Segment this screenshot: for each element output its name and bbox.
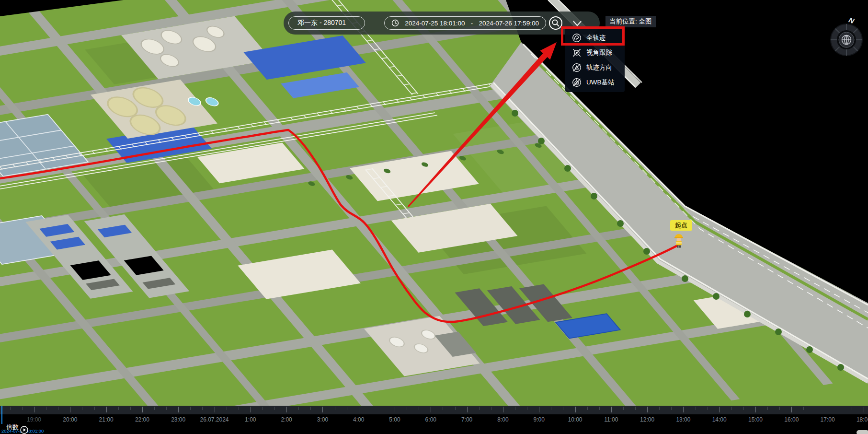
timeline-tick (94, 407, 95, 410)
timeline-tick (779, 407, 780, 410)
timeline-tick (515, 407, 515, 410)
timeline-tick (371, 407, 371, 410)
timeline-hour-label: 18:00 (857, 416, 868, 423)
timeline-tick (647, 407, 648, 412)
timeline-tick (215, 407, 215, 412)
menu-item-4[interactable]: UWB基站 (565, 75, 625, 90)
worker-figure[interactable] (674, 233, 684, 248)
timeline-tick (310, 407, 311, 410)
timeline-tick (178, 407, 179, 412)
timeline-tick (587, 407, 588, 410)
timeline-hour-label: 2:00 (281, 416, 292, 423)
timeline-tick (611, 407, 612, 412)
timeline-tick (431, 407, 431, 412)
timeline-hour-label: 14:00 (712, 416, 727, 423)
timeline-tick (359, 407, 359, 412)
timeline-hour-label: 10:00 (568, 416, 582, 423)
timeline-tick (563, 407, 563, 410)
timeline-tick (828, 407, 828, 412)
timeline-playhead[interactable] (1, 406, 2, 424)
timeline-hour-label: 23:00 (171, 416, 185, 423)
timeline-tick (527, 407, 527, 410)
timeline-tick (395, 407, 395, 412)
timeline-hour-label: 13:00 (676, 416, 690, 423)
timeline-tick (274, 407, 275, 410)
timeline-tick (635, 407, 636, 410)
timeline-hour-label: 8:00 (497, 416, 508, 423)
person-select[interactable]: 邓一东 - 280701 (288, 16, 365, 30)
timeline-tick (864, 407, 864, 412)
timeline-tick (82, 407, 82, 410)
timeline-hour-label: 19:00 (27, 416, 41, 423)
timeline-tick (58, 407, 58, 410)
timeline-tick (455, 407, 456, 410)
timeline-hour-label: 9:00 (534, 416, 545, 423)
timeline-tick (263, 407, 263, 410)
timeline-tick (467, 407, 468, 412)
timeline-tick (503, 407, 503, 412)
timeline-hour-label: 5:00 (389, 416, 400, 423)
menu-item-label: 轨迹方向 (586, 63, 612, 72)
timeline-tick (696, 407, 696, 410)
uwb-base-station-icon (571, 77, 582, 88)
timeline-hour-label: 7:00 (461, 416, 472, 423)
start-point-label[interactable]: 起点 (670, 220, 692, 231)
timeline-tick (154, 407, 155, 410)
timeline-tick (166, 407, 167, 410)
menu-item-2[interactable]: 视角跟踪 (565, 45, 625, 60)
timeline-hour-label: 15:00 (748, 416, 763, 423)
timeline-hour-label: 22:00 (135, 416, 149, 423)
current-location-chip: 当前位置: 全图 (605, 16, 656, 27)
timeline-tick (251, 407, 251, 412)
timeline-tick (335, 407, 335, 410)
timeline-tick (202, 407, 203, 410)
app-window: 起点 邓一东 - 280701 2024-07-25 18:01:00 - 20… (0, 0, 868, 434)
timeline-tick (731, 407, 732, 410)
timeline-tick (22, 407, 23, 410)
timeline-tick (443, 407, 443, 410)
timeline-tick (190, 407, 191, 410)
timeline-tick (659, 407, 660, 410)
timeline-hour-label: 4:00 (353, 416, 364, 423)
compass-widget[interactable] (828, 22, 865, 58)
timeline-tick (34, 407, 34, 412)
menu-item-3[interactable]: 轨迹方向 (565, 60, 625, 75)
play-button[interactable] (20, 426, 28, 434)
timeline-tick (755, 407, 756, 412)
menu-item-label: UWB基站 (586, 78, 615, 87)
map-canvas[interactable] (0, 0, 868, 434)
date-end: 2024-07-26 17:59:00 (479, 20, 539, 27)
timeline-hour-label: 21:00 (99, 416, 114, 423)
timeline-hour-label: 12:00 (640, 416, 654, 423)
timeline-tick (816, 407, 816, 410)
timeline-tick (10, 407, 11, 410)
timeline-tick (347, 407, 347, 410)
timeline-tick (683, 407, 684, 412)
timeline-tick (803, 407, 804, 410)
timeline-tick (407, 407, 407, 410)
timeline-tick-strip[interactable] (0, 406, 868, 414)
timeline-tick (671, 407, 672, 410)
timeline-tick (70, 407, 70, 412)
timeline-hour-label: 17:00 (821, 416, 835, 423)
timeline-tick (227, 407, 227, 410)
globe-icon (842, 35, 851, 45)
menu-item-label: 视角跟踪 (586, 48, 612, 57)
timeline-tick (575, 407, 576, 412)
timeline-tick (383, 407, 383, 410)
timeline-tick (142, 407, 143, 412)
timeline-tick (599, 407, 600, 410)
timeline-tick (767, 407, 768, 410)
timeline-hour-label: 6:00 (425, 416, 436, 423)
timeline-bar[interactable]: 19:0020:0021:0022:0023:0026.07.20241:002… (0, 406, 868, 434)
trajectory-direction-icon (571, 62, 582, 73)
timeline-tick (720, 407, 720, 412)
timeline-tick (852, 407, 852, 410)
person-select-value: 邓一东 - 280701 (297, 19, 346, 27)
timeline-tick (551, 407, 551, 410)
top-toolbar: 邓一东 - 280701 2024-07-25 18:01:00 - 2024-… (284, 12, 600, 35)
date-range-picker[interactable]: 2024-07-25 18:01:00 - 2024-07-26 17:59:0… (384, 16, 546, 30)
timeline-hour-label: 20:00 (63, 416, 77, 423)
timeline-tick (46, 407, 46, 410)
timeline-tick (623, 407, 624, 410)
